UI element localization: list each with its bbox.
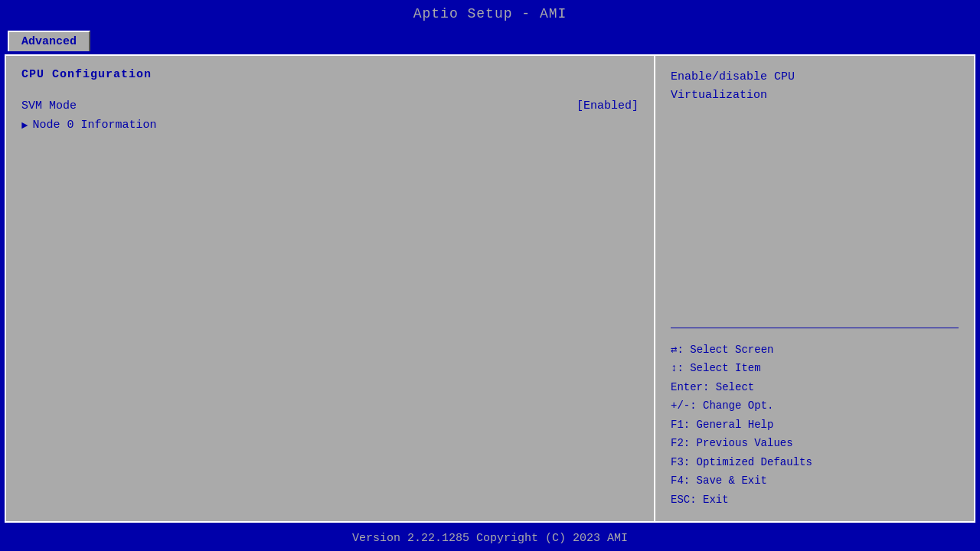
key-enter-label: Enter: <box>671 381 716 393</box>
left-panel: CPU Configuration SVM Mode [Enabled] ► N… <box>5 54 654 523</box>
submenu-arrow-icon: ► <box>21 119 28 132</box>
svm-mode-value: [Enabled] <box>577 99 639 112</box>
svm-mode-text: SVM Mode <box>21 99 77 112</box>
tab-bar: Advanced <box>0 28 980 51</box>
key-f1-action: General Help <box>697 419 774 431</box>
help-line1: Enable/disable CPU <box>671 70 795 83</box>
key-enter-action: Select <box>716 381 754 393</box>
key-help-enter: Enter: Select <box>671 378 959 397</box>
key-select-item-label: Select Item <box>690 362 760 374</box>
help-text: Enable/disable CPU Virtualization <box>671 68 959 105</box>
key-help-section: ⇄: Select Screen ↕: Select Item Enter: S… <box>671 341 959 510</box>
key-help-change-opt: +/-: Change Opt. <box>671 396 959 416</box>
help-line2: Virtualization <box>671 89 767 102</box>
key-arrows-icon: ⇄: <box>671 344 690 356</box>
key-help-f4: F4: Save & Exit <box>671 471 959 491</box>
key-f2-label: F2: <box>671 437 697 449</box>
key-help-esc: ESC: Exit <box>671 491 959 510</box>
key-change-opt-action: Change Opt. <box>703 399 773 412</box>
key-help-select-item: ↕: Select Item <box>671 359 959 378</box>
left-panel-title: CPU Configuration <box>21 68 639 81</box>
key-f4-action: Save & Exit <box>697 474 767 487</box>
node0-info-label: ► Node 0 Information <box>21 119 156 132</box>
svm-mode-label: SVM Mode <box>21 99 77 112</box>
key-help-f3: F3: Optimized Defaults <box>671 453 959 472</box>
node0-info-text: Node 0 Information <box>32 119 156 132</box>
key-f2-action: Previous Values <box>697 437 793 449</box>
key-select-screen-label: Select Screen <box>690 344 773 356</box>
title-text: Aptio Setup - AMI <box>413 6 567 21</box>
key-help-f2: F2: Previous Values <box>671 434 959 453</box>
key-f4-label: F4: <box>671 474 697 487</box>
key-f3-label: F3: <box>671 456 697 468</box>
divider <box>671 328 959 328</box>
key-help-f1: F1: General Help <box>671 416 959 435</box>
tab-advanced[interactable]: Advanced <box>8 31 90 51</box>
key-help-select-screen: ⇄: Select Screen <box>671 341 959 360</box>
key-f3-action: Optimized Defaults <box>697 456 812 468</box>
key-esc-action: Exit <box>703 494 729 506</box>
svm-mode-item[interactable]: SVM Mode [Enabled] <box>21 96 639 116</box>
key-f1-label: F1: <box>671 419 697 431</box>
main-content: CPU Configuration SVM Mode [Enabled] ► N… <box>5 54 975 523</box>
title-bar: Aptio Setup - AMI <box>0 0 980 28</box>
right-panel: Enable/disable CPU Virtualization ⇄: Sel… <box>654 54 975 523</box>
key-plusminus-label: +/-: <box>671 399 703 412</box>
footer-text: Version 2.22.1285 Copyright (C) 2023 AMI <box>352 532 628 545</box>
node0-info-item[interactable]: ► Node 0 Information <box>21 116 639 135</box>
key-updown-icon: ↕: <box>671 362 690 374</box>
footer: Version 2.22.1285 Copyright (C) 2023 AMI <box>0 526 980 551</box>
key-esc-label: ESC: <box>671 494 703 506</box>
